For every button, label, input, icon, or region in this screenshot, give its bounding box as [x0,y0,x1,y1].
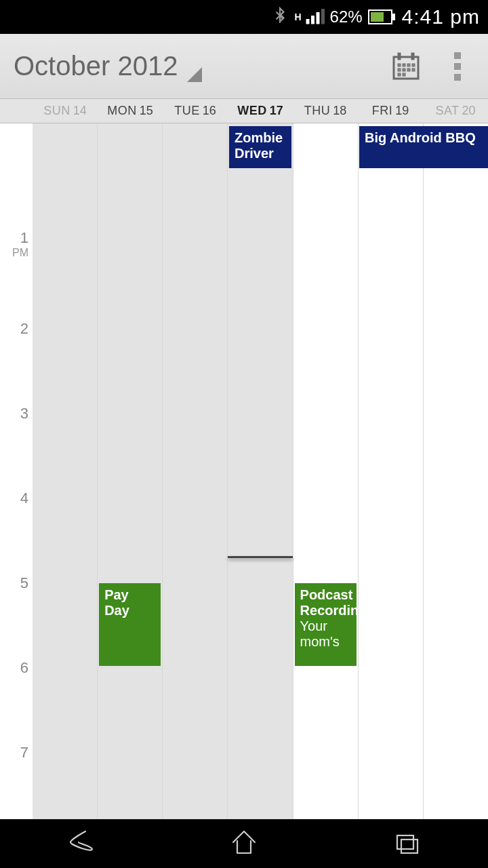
day-column-fri[interactable] [359,123,424,819]
overflow-menu-button[interactable] [441,50,474,83]
svg-rect-18 [401,840,418,853]
svg-rect-15 [398,73,401,76]
day-header-sat[interactable]: SAT20 [423,99,488,123]
svg-rect-13 [407,68,410,71]
recent-apps-button[interactable] [390,826,423,861]
hour-label-3: 3 [20,405,28,422]
event-podcast[interactable]: Podcast Recording Your mom's [295,583,357,666]
today-button[interactable] [389,50,423,83]
allday-row: Zombie Driver Big Android BBQ [33,123,488,171]
status-time: 4:41 pm [402,5,480,28]
svg-rect-12 [403,68,405,71]
svg-rect-5 [398,53,401,60]
day-column-thu[interactable]: Podcast Recording Your mom's [293,123,359,819]
day-header-tue[interactable]: TUE16 [163,99,228,123]
day-header-row: SUN14 MON15 TUE16 WED17 THU18 FRI19 SAT2… [0,99,488,123]
battery-percent: 62% [330,7,363,26]
home-button[interactable] [228,826,260,861]
svg-rect-11 [398,68,401,71]
day-column-tue[interactable] [163,123,228,819]
hour-label-5: 5 [20,574,28,592]
hour-label-1pm: 1PM [12,229,28,259]
svg-rect-17 [397,835,413,849]
current-time-indicator [228,556,293,558]
day-column-mon[interactable]: Pay Day [98,123,163,819]
svg-rect-4 [394,57,418,79]
svg-rect-1 [311,16,314,24]
network-type-label: H [294,12,301,22]
allday-event-bbq[interactable]: Big Android BBQ [359,126,488,168]
svg-rect-7 [398,64,401,66]
hour-label-7: 7 [20,744,28,762]
day-header-sun[interactable]: SUN14 [33,99,98,123]
svg-rect-10 [412,64,415,66]
time-gutter: 1PM 2 3 4 5 6 7 [0,123,33,819]
svg-rect-6 [411,53,414,60]
svg-rect-3 [321,9,325,24]
svg-rect-9 [407,64,410,66]
navigation-bar [0,819,488,868]
dropdown-indicator-icon[interactable] [187,67,202,82]
month-title[interactable]: October 2012 [14,51,178,81]
bluetooth-icon [271,7,289,27]
day-header-mon[interactable]: MON15 [98,99,163,123]
hour-label-2: 2 [20,320,28,338]
day-column-wed[interactable] [228,123,293,819]
svg-rect-8 [403,64,405,66]
hour-label-6: 6 [20,659,28,677]
back-button[interactable] [65,826,98,861]
day-column-sat[interactable] [424,123,488,819]
day-column-sun[interactable] [33,123,98,819]
calendar-grid[interactable]: 1PM 2 3 4 5 6 7 Pay Day Podcast Recordin… [0,123,488,819]
day-header-wed[interactable]: WED17 [228,99,293,123]
svg-rect-0 [306,19,309,24]
day-header-fri[interactable]: FRI19 [358,99,423,123]
battery-icon [368,9,392,24]
svg-rect-2 [316,12,319,24]
hour-label-4: 4 [20,490,28,507]
svg-rect-16 [403,73,405,76]
allday-event-zombie[interactable]: Zombie Driver [229,126,291,168]
event-payday[interactable]: Pay Day [99,583,161,666]
day-header-thu[interactable]: THU18 [293,99,358,123]
signal-icon [304,5,325,28]
svg-rect-14 [412,68,415,71]
status-bar: H 62% 4:41 pm [0,0,488,34]
app-header: October 2012 [0,34,488,99]
